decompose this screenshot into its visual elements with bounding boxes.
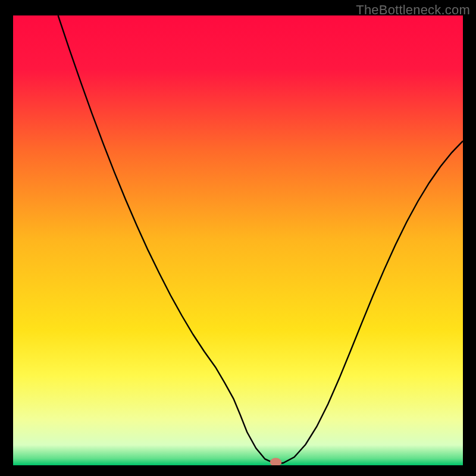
plot-svg bbox=[13, 15, 463, 465]
chart-frame: TheBottleneck.com bbox=[0, 0, 476, 476]
plot-area bbox=[13, 15, 463, 465]
watermark-label: TheBottleneck.com bbox=[356, 2, 470, 18]
